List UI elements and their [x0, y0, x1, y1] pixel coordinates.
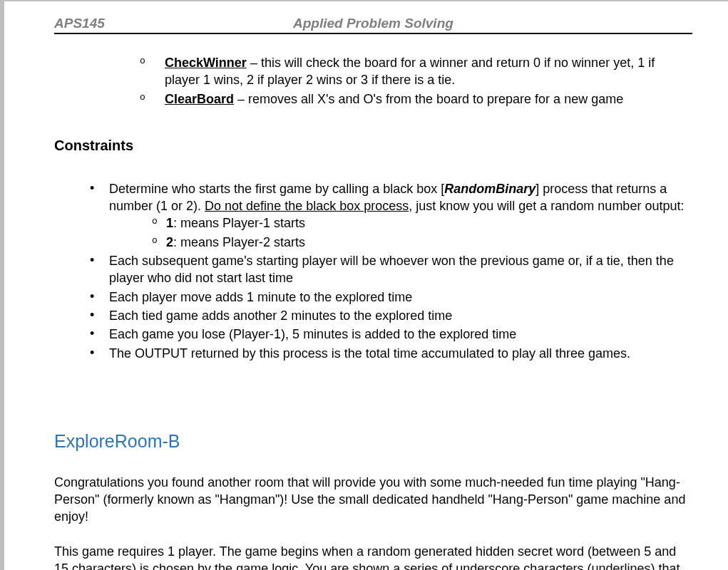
- blackbox-name: RandomBinary: [444, 182, 535, 196]
- constraint-text: Each subsequent game's starting player w…: [109, 254, 674, 285]
- constraints-list: Determine who starts the first game by c…: [54, 180, 692, 362]
- constraint-underlined: Do not define the black box process: [205, 199, 409, 213]
- constraint-text: , just know you will get a random number…: [409, 199, 684, 213]
- list-item: Each subsequent game's starting player w…: [93, 252, 692, 287]
- option-number: 2: [166, 235, 173, 249]
- room-b-paragraph-2: This game requires 1 player. The game be…: [54, 543, 692, 571]
- fn-name-checkwinner: CheckWinner: [165, 56, 247, 70]
- list-item: ClearBoard – removes all X's and O's fro…: [147, 90, 692, 108]
- constraint-text: Each player move adds 1 minute to the ex…: [109, 290, 412, 304]
- option-text: : means Player-1 starts: [173, 216, 305, 230]
- list-item: The OUTPUT returned by this process is t…: [93, 345, 692, 362]
- option-number: 1: [166, 216, 173, 230]
- list-item: CheckWinner – this will check the board …: [147, 54, 692, 89]
- list-item: Each game you lose (Player-1), 5 minutes…: [93, 326, 692, 343]
- option-text: : means Player-2 starts: [173, 235, 305, 249]
- constraint-text: The OUTPUT returned by this process is t…: [109, 346, 630, 361]
- room-b-heading: ExploreRoom-B: [54, 430, 692, 454]
- function-list: CheckWinner – this will check the board …: [54, 54, 692, 108]
- constraints-heading: Constraints: [54, 136, 692, 155]
- list-item: 1: means Player-1 starts: [152, 214, 692, 232]
- room-b-paragraph-1: Congratulations you found another room t…: [54, 474, 692, 526]
- constraint-text: Determine who starts the first game by c…: [109, 182, 444, 196]
- fn-name-clearboard: ClearBoard: [165, 92, 234, 106]
- list-item: Each player move adds 1 minute to the ex…: [93, 289, 692, 306]
- constraint-text: Each tied game adds another 2 minutes to…: [109, 309, 452, 323]
- course-code: APS145: [54, 16, 293, 31]
- page-content: CheckWinner – this will check the board …: [54, 34, 692, 570]
- page-header: APS145 Applied Problem Solving: [54, 16, 692, 34]
- constraint-text: Each game you lose (Player-1), 5 minutes…: [109, 327, 516, 341]
- list-item: Each tied game adds another 2 minutes to…: [93, 307, 692, 324]
- document-page: APS145 Applied Problem Solving CheckWinn…: [4, 1, 728, 570]
- nested-list: 1: means Player-1 starts 2: means Player…: [109, 214, 692, 251]
- list-item: Determine who starts the first game by c…: [93, 180, 692, 251]
- fn-desc: – removes all X's and O's from the board…: [234, 92, 623, 106]
- list-item: 2: means Player-2 starts: [152, 234, 692, 251]
- course-title: Applied Problem Solving: [293, 16, 453, 31]
